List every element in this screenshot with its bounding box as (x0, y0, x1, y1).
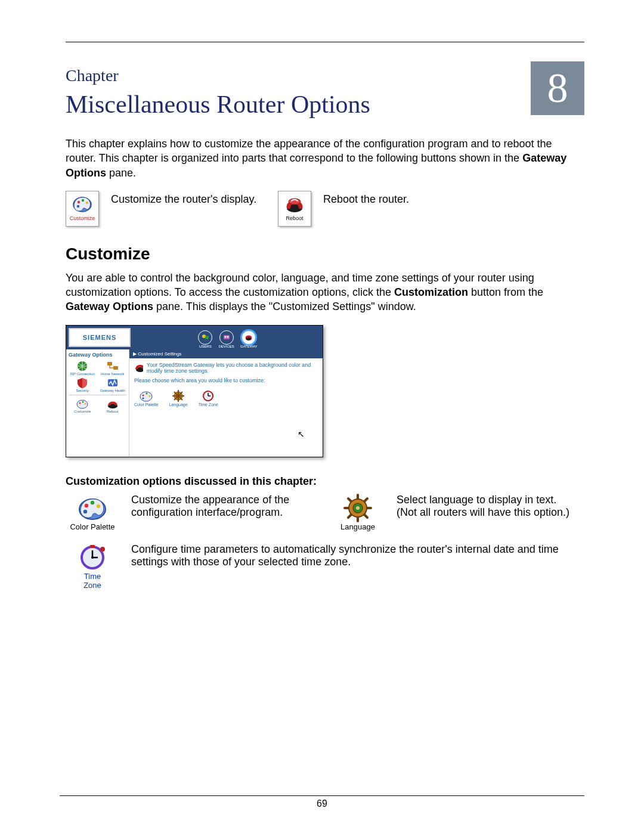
customize-button-tile: Customize (66, 191, 99, 227)
page-number: 69 (60, 798, 584, 809)
ss-main-title: Customized Settings (138, 351, 181, 357)
cursor-icon: ↖ (298, 429, 305, 439)
ss-icon-timezone-label: Time Zone (199, 402, 218, 407)
gateway-buttons-row: Customize Customize the router's display… (66, 191, 584, 227)
palette-icon (72, 194, 93, 214)
gateway-icon (134, 362, 143, 374)
svg-point-42 (83, 510, 87, 513)
opt-timezone-caption-l1: Time (84, 572, 101, 581)
palette-icon (76, 494, 109, 522)
cust-text-post: pane. This displays the "Customized Sett… (156, 301, 416, 312)
ss-sidebar: Gateway Options ISP Connection Home Netw… (66, 349, 129, 457)
reboot-button-tile: Reboot (278, 191, 311, 227)
ss-side-health: Gateway Health (99, 377, 127, 392)
svg-point-53 (100, 547, 105, 552)
ss-main: ▶ Customized Settings Your SpeedStream G… (129, 349, 323, 457)
cust-text-bold2: Gateway Options (66, 301, 153, 312)
ss-side-title: Gateway Options (69, 352, 126, 358)
svg-point-3 (86, 202, 88, 204)
customize-paragraph: You are able to control the background c… (66, 271, 584, 314)
ss-tab-devices: DEVICES (218, 330, 234, 348)
customize-heading: Customize (66, 244, 584, 264)
opt-language-caption: Language (340, 522, 375, 531)
top-rule (66, 42, 584, 42)
svg-point-24 (143, 394, 144, 396)
svg-point-1 (78, 201, 80, 203)
svg-point-49 (356, 506, 360, 510)
intro-text-post: pane. (109, 167, 136, 179)
svg-point-11 (227, 336, 228, 337)
svg-point-41 (97, 504, 100, 508)
opt-color-palette-icon-block: Color Palette (66, 494, 119, 531)
svg-point-2 (82, 199, 84, 202)
svg-rect-9 (224, 335, 230, 339)
chapter-header: 8 Chapter Miscellaneous Router Options (66, 66, 584, 119)
svg-point-20 (85, 402, 86, 404)
svg-point-18 (79, 402, 81, 404)
svg-point-56 (91, 556, 94, 559)
svg-point-25 (146, 392, 148, 394)
svg-point-27 (143, 397, 144, 399)
opt-language-desc: Select language to display in text. (Not… (397, 494, 584, 519)
customized-settings-screenshot: SIEMENS USERS DEVICES GATEWAY Gateway Op… (66, 325, 323, 457)
svg-point-19 (82, 401, 84, 402)
ss-side-isp: ISP Connection (69, 360, 97, 376)
document-page: 8 Chapter Miscellaneous Router Options T… (0, 0, 644, 833)
ss-tab-gateway-label: GATEWAY (240, 345, 258, 348)
opt-language-icon-block: Language (331, 494, 385, 531)
ss-side-isp-label: ISP Connection (70, 372, 95, 376)
clock-icon (76, 543, 109, 572)
customize-tile-caption: Customize (70, 215, 95, 221)
ss-side-health-label: Gateway Health (100, 389, 125, 392)
ss-side-customize: Customize (69, 398, 97, 413)
chapter-number-box: 8 (531, 61, 584, 115)
svg-point-26 (149, 395, 151, 397)
ship-wheel-icon (341, 494, 374, 522)
opt-timezone-caption-l2: Zone (83, 581, 101, 590)
clock-icon (200, 389, 216, 402)
ss-side-home-label: Home Network (101, 372, 125, 376)
opt-color-palette-desc: Customize the appearance of the configur… (131, 494, 319, 519)
ss-icon-timezone: Time Zone (199, 389, 218, 407)
ss-side-customize-label: Customize (74, 410, 91, 413)
ss-tab-users-label: USERS (199, 345, 212, 348)
devices-icon (222, 333, 231, 342)
reboot-icon (284, 194, 305, 214)
reboot-icon (106, 398, 120, 410)
ss-icon-palette: Color Palette (134, 389, 158, 407)
isp-icon (75, 360, 89, 372)
opt-language-desc-l1: Select language to display in text. (397, 494, 556, 506)
page-footer: 69 (60, 795, 584, 809)
home-network-icon (106, 360, 120, 372)
ss-side-reboot-label: Reboot (107, 410, 118, 413)
cust-text-mid: button from the (471, 286, 543, 298)
reboot-desc: Reboot the router. (323, 191, 409, 206)
ss-top-tabs: USERS DEVICES GATEWAY (133, 326, 323, 349)
chapter-label: Chapter (66, 66, 584, 85)
ss-side-home: Home Network (99, 360, 127, 376)
ss-body: Gateway Options ISP Connection Home Netw… (66, 349, 323, 457)
ss-icon-language-label: Language (169, 402, 187, 407)
ss-main-sub: Please choose which area you would like … (129, 377, 323, 387)
ss-main-titlebar: ▶ Customized Settings (129, 349, 323, 358)
customize-desc: Customize the router's display. (111, 191, 266, 206)
palette-icon (138, 389, 154, 402)
ss-tab-gateway: GATEWAY (240, 330, 258, 348)
intro-paragraph: This chapter explains how to customize t… (66, 137, 584, 180)
ss-icon-language: Language (169, 389, 187, 407)
ss-side-reboot: Reboot (99, 398, 127, 413)
ss-icon-palette-label: Color Palette (134, 402, 158, 407)
gateway-icon (244, 333, 253, 342)
opt-timezone-desc: Configure time parameters to automatical… (131, 543, 584, 568)
ss-side-security: Security (69, 377, 97, 392)
security-icon (75, 377, 89, 389)
health-icon (106, 377, 120, 389)
users-icon (201, 333, 209, 342)
svg-point-8 (205, 336, 209, 339)
ss-side-security-label: Security (76, 389, 89, 392)
ship-wheel-icon (171, 389, 186, 402)
intro-text-pre: This chapter explains how to customize t… (66, 138, 552, 164)
subsection-label: Customization options discussed in this … (66, 475, 584, 488)
palette-icon (75, 398, 89, 410)
ss-topbar: SIEMENS USERS DEVICES GATEWAY (66, 326, 323, 349)
